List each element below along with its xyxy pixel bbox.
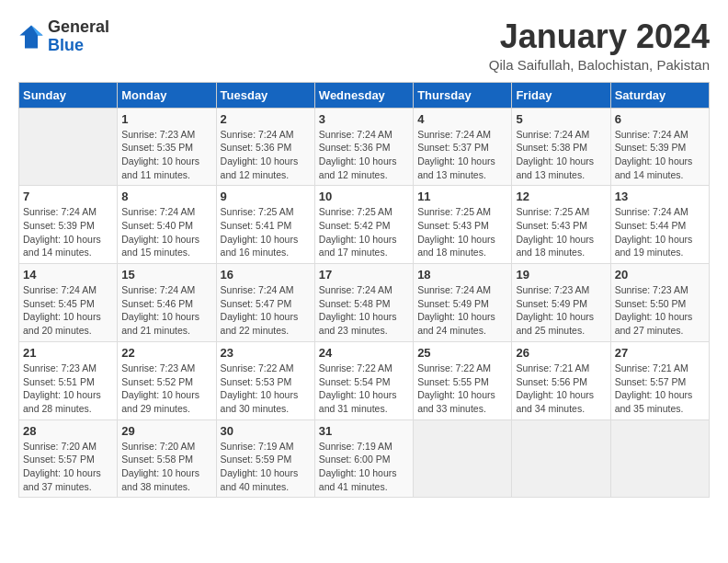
day-number: 7 [23,190,113,203]
day-info: Sunrise: 7:22 AM Sunset: 5:53 PM Dayligh… [221,362,311,416]
calendar-cell [19,108,118,186]
day-number: 15 [121,268,211,282]
day-number: 19 [516,268,606,282]
day-number: 6 [615,112,705,126]
day-number: 16 [221,268,311,282]
day-number: 30 [221,424,311,438]
month-title: January 2024 [489,18,710,55]
day-number: 9 [221,190,311,203]
day-number: 2 [221,112,311,126]
calendar-cell: 15Sunrise: 7:24 AM Sunset: 5:46 PM Dayli… [118,264,216,342]
calendar-cell: 9Sunrise: 7:25 AM Sunset: 5:41 PM Daylig… [216,186,314,264]
week-row-1: 7Sunrise: 7:24 AM Sunset: 5:39 PM Daylig… [19,186,710,264]
day-info: Sunrise: 7:21 AM Sunset: 5:57 PM Dayligh… [615,362,705,416]
day-header-saturday: Saturday [610,82,709,108]
day-number: 22 [121,346,211,360]
day-number: 1 [121,112,211,126]
calendar-cell: 13Sunrise: 7:24 AM Sunset: 5:44 PM Dayli… [610,186,709,264]
day-number: 20 [615,268,705,282]
calendar-cell: 5Sunrise: 7:24 AM Sunset: 5:38 PM Daylig… [512,108,610,186]
day-number: 21 [23,346,113,360]
calendar-cell [610,419,709,498]
day-number: 31 [319,424,409,438]
day-info: Sunrise: 7:24 AM Sunset: 5:49 PM Dayligh… [417,283,507,338]
header-row: SundayMondayTuesdayWednesdayThursdayFrid… [19,82,710,108]
calendar-cell: 18Sunrise: 7:24 AM Sunset: 5:49 PM Dayli… [414,264,512,342]
day-number: 26 [516,346,606,360]
calendar-cell: 22Sunrise: 7:23 AM Sunset: 5:52 PM Dayli… [118,341,216,419]
day-info: Sunrise: 7:24 AM Sunset: 5:44 PM Dayligh… [615,205,705,259]
day-number: 18 [417,268,507,282]
calendar-cell: 21Sunrise: 7:23 AM Sunset: 5:51 PM Dayli… [19,341,118,419]
day-number: 17 [319,268,409,282]
calendar-cell: 17Sunrise: 7:24 AM Sunset: 5:48 PM Dayli… [314,264,413,342]
calendar-cell: 14Sunrise: 7:24 AM Sunset: 5:45 PM Dayli… [19,264,118,342]
week-row-3: 21Sunrise: 7:23 AM Sunset: 5:51 PM Dayli… [19,341,710,419]
day-info: Sunrise: 7:24 AM Sunset: 5:36 PM Dayligh… [221,128,311,182]
calendar-cell: 27Sunrise: 7:21 AM Sunset: 5:57 PM Dayli… [610,341,709,419]
day-info: Sunrise: 7:24 AM Sunset: 5:39 PM Dayligh… [615,128,705,182]
week-row-4: 28Sunrise: 7:20 AM Sunset: 5:57 PM Dayli… [19,419,710,498]
day-info: Sunrise: 7:24 AM Sunset: 5:38 PM Dayligh… [516,128,606,182]
calendar-cell: 8Sunrise: 7:24 AM Sunset: 5:40 PM Daylig… [118,186,216,264]
day-number: 28 [23,424,113,438]
day-info: Sunrise: 7:23 AM Sunset: 5:51 PM Dayligh… [23,362,113,416]
calendar-cell: 28Sunrise: 7:20 AM Sunset: 5:57 PM Dayli… [19,419,118,498]
day-number: 29 [121,424,211,438]
page-header: General Blue January 2024 Qila Saifullah… [18,18,710,73]
logo: General Blue [18,18,109,55]
calendar-cell: 2Sunrise: 7:24 AM Sunset: 5:36 PM Daylig… [216,108,314,186]
calendar-cell: 6Sunrise: 7:24 AM Sunset: 5:39 PM Daylig… [610,108,709,186]
day-number: 3 [319,112,409,126]
day-info: Sunrise: 7:24 AM Sunset: 5:39 PM Dayligh… [23,205,113,259]
day-info: Sunrise: 7:25 AM Sunset: 5:43 PM Dayligh… [516,205,606,259]
day-info: Sunrise: 7:23 AM Sunset: 5:52 PM Dayligh… [121,362,211,416]
day-info: Sunrise: 7:24 AM Sunset: 5:48 PM Dayligh… [319,283,409,338]
day-info: Sunrise: 7:24 AM Sunset: 5:47 PM Dayligh… [221,283,311,338]
day-info: Sunrise: 7:20 AM Sunset: 5:58 PM Dayligh… [121,440,211,494]
day-number: 25 [417,346,507,360]
logo-general-text: General [48,17,109,36]
day-number: 5 [516,112,606,126]
day-info: Sunrise: 7:21 AM Sunset: 5:56 PM Dayligh… [516,362,606,416]
day-info: Sunrise: 7:25 AM Sunset: 5:43 PM Dayligh… [417,205,507,259]
day-header-sunday: Sunday [19,82,118,108]
day-info: Sunrise: 7:19 AM Sunset: 5:59 PM Dayligh… [221,440,311,494]
calendar-cell: 10Sunrise: 7:25 AM Sunset: 5:42 PM Dayli… [314,186,413,264]
calendar-cell: 29Sunrise: 7:20 AM Sunset: 5:58 PM Dayli… [118,419,216,498]
day-header-wednesday: Wednesday [314,82,413,108]
day-info: Sunrise: 7:24 AM Sunset: 5:40 PM Dayligh… [121,205,211,259]
calendar-cell: 20Sunrise: 7:23 AM Sunset: 5:50 PM Dayli… [610,264,709,342]
day-info: Sunrise: 7:25 AM Sunset: 5:41 PM Dayligh… [221,205,311,259]
day-number: 14 [23,268,113,282]
day-header-monday: Monday [118,82,216,108]
day-info: Sunrise: 7:25 AM Sunset: 5:42 PM Dayligh… [319,205,409,259]
day-info: Sunrise: 7:24 AM Sunset: 5:37 PM Dayligh… [417,128,507,182]
calendar-cell: 31Sunrise: 7:19 AM Sunset: 6:00 PM Dayli… [314,419,413,498]
calendar-cell: 16Sunrise: 7:24 AM Sunset: 5:47 PM Dayli… [216,264,314,342]
calendar-cell: 11Sunrise: 7:25 AM Sunset: 5:43 PM Dayli… [414,186,512,264]
calendar-cell: 26Sunrise: 7:21 AM Sunset: 5:56 PM Dayli… [512,341,610,419]
calendar-cell: 1Sunrise: 7:23 AM Sunset: 5:35 PM Daylig… [118,108,216,186]
svg-marker-0 [19,25,42,48]
day-info: Sunrise: 7:22 AM Sunset: 5:55 PM Dayligh… [417,362,507,416]
logo-blue-text: Blue [48,36,84,54]
day-number: 10 [319,190,409,203]
day-number: 4 [417,112,507,126]
calendar-cell [512,419,610,498]
day-info: Sunrise: 7:24 AM Sunset: 5:36 PM Dayligh… [319,128,409,182]
day-header-tuesday: Tuesday [216,82,314,108]
calendar-cell: 25Sunrise: 7:22 AM Sunset: 5:55 PM Dayli… [414,341,512,419]
day-info: Sunrise: 7:19 AM Sunset: 6:00 PM Dayligh… [319,440,409,494]
calendar-table: SundayMondayTuesdayWednesdayThursdayFrid… [18,82,710,499]
day-number: 12 [516,190,606,203]
calendar-cell: 19Sunrise: 7:23 AM Sunset: 5:49 PM Dayli… [512,264,610,342]
day-number: 27 [615,346,705,360]
title-block: January 2024 Qila Saifullah, Balochistan… [489,18,710,73]
calendar-cell: 7Sunrise: 7:24 AM Sunset: 5:39 PM Daylig… [19,186,118,264]
day-header-friday: Friday [512,82,610,108]
day-info: Sunrise: 7:20 AM Sunset: 5:57 PM Dayligh… [23,440,113,494]
day-info: Sunrise: 7:24 AM Sunset: 5:45 PM Dayligh… [23,283,113,338]
day-info: Sunrise: 7:23 AM Sunset: 5:50 PM Dayligh… [615,283,705,338]
calendar-cell: 30Sunrise: 7:19 AM Sunset: 5:59 PM Dayli… [216,419,314,498]
